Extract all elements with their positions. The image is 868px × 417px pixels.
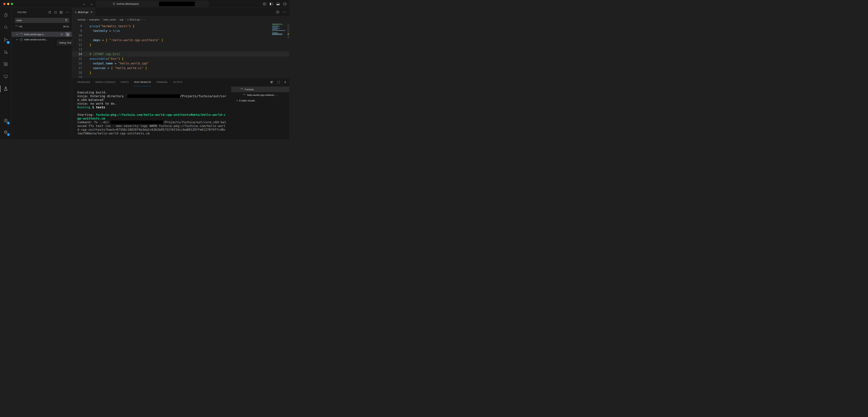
close-panel-icon[interactable]: × (284, 80, 286, 84)
result-row[interactable]: Fuchsia (231, 86, 289, 92)
panel-output[interactable]: Executing build.ninja: Entering director… (78, 91, 226, 135)
close-window-button[interactable] (3, 3, 6, 5)
sidebar-item-explorer[interactable] (0, 9, 11, 21)
line-number: 8 (72, 24, 82, 29)
line-number: 14 (72, 52, 82, 57)
editor-more-actions-icon[interactable]: ⋯ (283, 10, 286, 14)
settings-button[interactable]: ⚙ 1 (0, 127, 11, 138)
code-text: group("hermetic_tests") { (82, 24, 134, 29)
sidebar-item-source-control[interactable]: 11 (0, 34, 11, 46)
vscode-window: { "icons": { "back": "←", "forward": "→"… (0, 0, 289, 139)
debug-test-button[interactable] (65, 32, 70, 36)
output-line: pp-unittests.cm (78, 117, 226, 120)
sidebar-item-extensions[interactable] (0, 58, 11, 70)
code-line[interactable]: 16··output_name = "hello_world_cpp" (72, 61, 289, 66)
redacted-text (127, 94, 180, 98)
source-control-badge: 11 (6, 41, 10, 44)
close-tab-icon[interactable]: × (91, 10, 92, 14)
result-row[interactable]: hello-world-cpp-unittests ·... (231, 92, 289, 98)
more-actions-icon[interactable]: ⋯ (66, 11, 69, 13)
breadcrumb-separator-icon: › (87, 18, 88, 21)
output-actions-icon[interactable] (271, 81, 273, 83)
editor-tab-bar: ≡ BUILD.gn × ⋯ (72, 8, 289, 16)
testing-sidebar: TESTING ⋯ 0/1 30.2s hello-world-cpp-u...… (11, 8, 72, 139)
filter-icon[interactable] (65, 19, 68, 22)
sidebar-item-search[interactable] (0, 21, 11, 34)
panel-tab-test-results[interactable]: TEST RESULTS (134, 78, 151, 86)
search-icon (113, 3, 115, 5)
panel-tab-debug-console[interactable]: DEBUG CONSOLE (95, 78, 116, 86)
breadcrumb-separator-icon: › (101, 18, 102, 21)
minimize-window-button[interactable] (7, 3, 9, 5)
files-icon (3, 13, 8, 18)
running-spinner-icon (20, 33, 23, 36)
sidebar-title: TESTING (17, 11, 27, 13)
forward-icon[interactable]: → (90, 2, 93, 6)
zoom-window-button[interactable] (11, 3, 13, 5)
panel-tab-ports[interactable]: PORTS (121, 78, 129, 86)
breadcrumb-item[interactable]: fuchsia (78, 18, 85, 21)
code-line[interactable]: 12} (72, 42, 289, 47)
sidebar-item-run-debug[interactable] (0, 46, 11, 58)
split-editor-icon[interactable] (276, 11, 279, 13)
toggle-panel-icon[interactable] (276, 3, 280, 5)
output-line: Running 1 tests (78, 106, 226, 109)
back-icon[interactable]: ← (83, 2, 86, 6)
code-line[interactable]: 9··testonly = true (72, 29, 289, 33)
test-item-cpp-unittests[interactable]: hello-world-cpp-u... ▷ (11, 32, 72, 37)
editor-scrollbar[interactable] (287, 24, 289, 38)
result-row[interactable]: 6 older results (231, 98, 289, 103)
code-line[interactable]: 11··deps = [ ":hello-world-cpp-unittests… (72, 38, 289, 42)
toggle-secondary-sidebar-icon[interactable] (283, 3, 286, 5)
code-line[interactable]: 8group("hermetic_tests") { (72, 24, 289, 29)
redacted-text (111, 120, 163, 124)
chevron-down-icon[interactable] (16, 33, 18, 35)
breadcrumb-item[interactable]: cpp (120, 18, 123, 21)
toggle-primary-sidebar-icon[interactable] (270, 3, 273, 5)
settings-badge: 1 (7, 133, 10, 136)
code-line[interactable]: 14# [START cpp_bin] (72, 52, 289, 57)
maximize-panel-icon[interactable] (277, 81, 280, 83)
bottom-panel: PROBLEMSDEBUG CONSOLEPORTSTEST RESULTSTE… (72, 78, 289, 139)
activity-bar: 11 2 ⚙ 1 (0, 8, 11, 139)
code-text: ··deps = [ ":hello-world-cpp-unittests" … (82, 38, 163, 42)
window-controls (3, 3, 13, 5)
code-text (82, 47, 90, 52)
code-line[interactable]: 17··sources = [ "hello_world.cc" ] (72, 66, 289, 70)
panel-tab-terminal[interactable]: TERMINAL (156, 78, 168, 86)
code-line[interactable]: 13 (72, 47, 289, 52)
accounts-button[interactable]: 2 (0, 115, 11, 127)
command-center-search[interactable]: fuchsia (Workspace) (96, 1, 209, 6)
show-output-icon[interactable] (60, 11, 63, 14)
code-line[interactable]: 10 (72, 33, 289, 38)
code-line[interactable]: 15executable("bin") { (72, 57, 289, 61)
panel-tab-output[interactable]: OUTPUT (173, 78, 183, 86)
run-test-button[interactable]: ▷ (60, 32, 64, 36)
cancel-run-icon[interactable] (55, 11, 57, 13)
panel-header: PROBLEMSDEBUG CONSOLEPORTSTEST RESULTSTE… (72, 78, 289, 86)
minimap[interactable] (272, 24, 287, 36)
output-line (78, 109, 226, 113)
breadcrumb-item[interactable]: examples (89, 18, 100, 21)
test-filter-box[interactable] (15, 18, 69, 23)
test-progress-count: 0/1 (19, 25, 23, 28)
panel-tab-problems[interactable]: PROBLEMS (78, 78, 90, 86)
search-icon (3, 25, 8, 30)
sidebar-item-testing[interactable] (0, 83, 11, 95)
code-line[interactable]: 19 (72, 75, 289, 78)
output-line: ninja: no work to do. (78, 102, 226, 106)
sidebar-item-remote-explorer[interactable] (0, 70, 11, 83)
debug-icon (3, 49, 8, 55)
test-filter-input[interactable] (17, 19, 65, 22)
tab-build-gn[interactable]: ≡ BUILD.gn × (72, 8, 95, 16)
line-number: 17 (72, 66, 82, 70)
breadcrumb-item[interactable]: ≡BUILD.gn (127, 18, 140, 21)
code-editor[interactable]: 8group("hermetic_tests") {9··testonly = … (72, 23, 289, 78)
chevron-down-icon[interactable] (16, 38, 18, 40)
code-text: } (82, 42, 91, 47)
customize-layout-icon[interactable] (263, 3, 266, 5)
breadcrumb-item[interactable]: ... (144, 18, 146, 21)
breadcrumb-item[interactable]: hello_world (103, 18, 116, 21)
refresh-tests-icon[interactable] (48, 11, 51, 14)
code-line[interactable]: 18} (72, 70, 289, 75)
